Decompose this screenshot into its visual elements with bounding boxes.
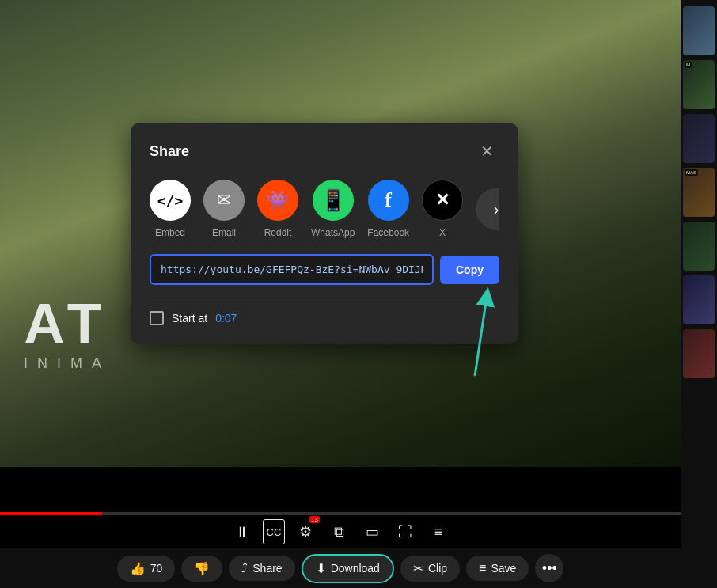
share-more-button[interactable]: › bbox=[476, 188, 499, 230]
sidebar-thumb-7[interactable] bbox=[683, 329, 715, 378]
save-label: Save bbox=[491, 562, 516, 575]
modal-header: Share ✕ bbox=[150, 138, 499, 164]
action-bar: 👍 70 👎 ⤴ Share ⬇ Download ✂ Clip ≡ Save … bbox=[0, 548, 681, 588]
email-icon-circle: ✉ bbox=[203, 180, 245, 221]
sidebar-thumb-4[interactable]: MAS bbox=[683, 168, 715, 217]
download-button[interactable]: ⬇ Download bbox=[302, 554, 394, 583]
modal-title: Share bbox=[150, 143, 189, 160]
sidebar-thumb-5[interactable] bbox=[683, 222, 715, 271]
captions-icon[interactable]: CC bbox=[263, 519, 285, 544]
embed-icon: </> bbox=[157, 192, 184, 209]
settings-icon[interactable]: ⚙ 13 bbox=[293, 519, 318, 544]
share-icon: ⤴ bbox=[241, 561, 248, 575]
sidebar-thumb-3[interactable] bbox=[683, 114, 715, 163]
arrow-annotation bbox=[443, 285, 506, 380]
reddit-label: Reddit bbox=[264, 227, 292, 238]
miniplayer-icon[interactable]: ⧉ bbox=[326, 519, 351, 544]
whatsapp-icon: 📱 bbox=[321, 188, 346, 213]
modal-close-button[interactable]: ✕ bbox=[474, 138, 499, 164]
download-icon: ⬇ bbox=[316, 561, 326, 576]
facebook-icon: f bbox=[385, 188, 392, 212]
email-icon: ✉ bbox=[217, 190, 231, 211]
sidebar-thumb-2[interactable]: M bbox=[683, 60, 715, 109]
queue-icon[interactable]: ≡ bbox=[426, 519, 451, 544]
whatsapp-icon-circle: 📱 bbox=[313, 180, 354, 221]
reddit-icon: 👾 bbox=[266, 189, 290, 211]
x-icon: ✕ bbox=[435, 190, 450, 211]
save-icon: ≡ bbox=[479, 561, 486, 575]
url-row: Copy bbox=[150, 254, 499, 285]
like-icon: 👍 bbox=[130, 561, 146, 576]
svg-line-1 bbox=[475, 297, 487, 376]
clip-icon: ✂ bbox=[413, 561, 423, 576]
facebook-label: Facebook bbox=[367, 227, 409, 238]
share-icon-embed[interactable]: </> Embed bbox=[150, 180, 191, 238]
share-icon-whatsapp[interactable]: 📱 WhatsApp bbox=[311, 180, 355, 238]
clip-label: Clip bbox=[428, 562, 447, 575]
more-button[interactable]: ••• bbox=[535, 554, 563, 582]
start-at-label: Start at bbox=[172, 312, 207, 324]
clip-button[interactable]: ✂ Clip bbox=[400, 556, 460, 582]
embed-label: Embed bbox=[155, 227, 185, 238]
right-sidebar: M MAS bbox=[681, 0, 717, 588]
x-icon-circle: ✕ bbox=[422, 180, 463, 221]
sidebar-thumb-1[interactable] bbox=[683, 6, 715, 55]
dislike-button[interactable]: 👎 bbox=[181, 556, 222, 582]
copy-button[interactable]: Copy bbox=[440, 256, 499, 284]
overlay-sub-text: INIMA bbox=[24, 355, 111, 372]
share-button[interactable]: ⤴ Share bbox=[229, 556, 294, 581]
thumb-label-4: MAS bbox=[685, 169, 698, 176]
share-label: Share bbox=[252, 562, 282, 575]
dislike-icon: 👎 bbox=[194, 561, 210, 576]
embed-icon-circle: </> bbox=[150, 180, 191, 221]
overlay-big-text: AT bbox=[24, 295, 111, 352]
share-icon-facebook[interactable]: f Facebook bbox=[367, 180, 409, 238]
like-button[interactable]: 👍 70 bbox=[117, 556, 176, 582]
theater-icon[interactable]: ▭ bbox=[359, 519, 385, 544]
email-label: Email bbox=[212, 227, 236, 238]
whatsapp-label: WhatsApp bbox=[311, 227, 355, 238]
reddit-icon-circle: 👾 bbox=[257, 180, 298, 221]
url-input[interactable] bbox=[150, 254, 434, 285]
start-at-time[interactable]: 0:07 bbox=[215, 312, 237, 324]
facebook-icon-circle: f bbox=[368, 180, 409, 221]
chevron-right-icon: › bbox=[494, 200, 499, 218]
fullscreen-icon[interactable]: ⛶ bbox=[393, 519, 418, 544]
save-button[interactable]: ≡ Save bbox=[466, 556, 529, 581]
share-icon-x[interactable]: ✕ X bbox=[422, 180, 463, 238]
x-label: X bbox=[439, 227, 446, 238]
pause-icon[interactable]: ⏸ bbox=[230, 519, 255, 544]
download-label: Download bbox=[331, 562, 380, 575]
start-at-checkbox[interactable] bbox=[150, 311, 164, 325]
more-icon: ••• bbox=[542, 560, 557, 577]
share-icon-email[interactable]: ✉ Email bbox=[203, 180, 245, 238]
video-overlay: AT INIMA bbox=[24, 295, 111, 372]
close-icon: ✕ bbox=[480, 142, 494, 161]
share-icons-row: </> Embed ✉ Email 👾 Reddit 📱 WhatsApp bbox=[150, 180, 499, 238]
thumb-label-2: M bbox=[685, 62, 692, 68]
video-controls-bar: ⏸ CC ⚙ 13 ⧉ ▭ ⛶ ≡ bbox=[0, 515, 681, 548]
like-count: 70 bbox=[150, 562, 163, 575]
sidebar-thumb-6[interactable] bbox=[683, 275, 715, 324]
share-icon-reddit[interactable]: 👾 Reddit bbox=[257, 180, 298, 238]
